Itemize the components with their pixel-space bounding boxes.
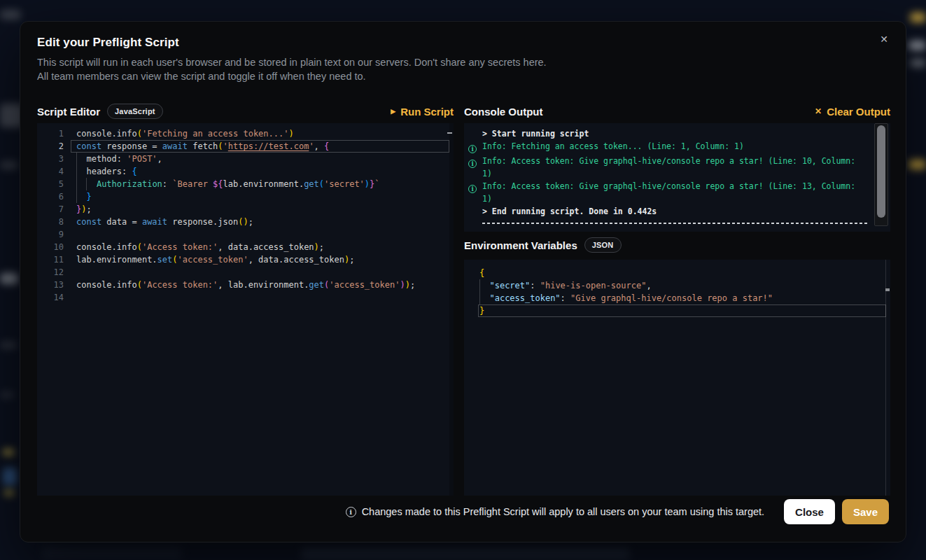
info-circle-icon: i [468,145,477,153]
code-line: 7}); [37,203,449,216]
close-icon[interactable]: ✕ [876,31,892,47]
clear-output-label: Clear Output [827,106,890,118]
console-entry: iInfo: Access token: Give graphql-hive/c… [468,155,868,180]
line-number: 13 [37,279,71,291]
code-line: 3 method: 'POST', [37,153,449,165]
backdrop-blur [3,468,17,486]
line-number: 12 [37,266,71,279]
indent-guide [86,178,87,190]
backdrop-blur [0,161,18,169]
backdrop-blur [0,342,17,349]
code-line: 9 [37,228,449,241]
code-text: const response = await fetch('https://te… [71,140,449,153]
code-line: 11lab.environment.set('access_token', da… [37,253,449,266]
modal-footer: i Changes made to this Preflight Script … [37,499,889,524]
console-entry: iInfo: Access token: Give graphql-hive/c… [468,180,868,205]
code-line: 1console.info('Fetching an access token.… [37,127,449,140]
icon-cell: i [468,180,482,205]
env-json-line: } [478,304,886,317]
console-entry-text: Info: Access token: Give graphql-hive/co… [482,180,868,205]
play-icon: ▶ [391,108,395,115]
clear-output-button[interactable]: ✕ Clear Output [815,106,890,118]
console-entry-text: Info: Fetching an access token... (Line:… [482,140,868,155]
run-script-button[interactable]: ▶ Run Script [391,106,454,118]
console-entry: iInfo: Fetching an access token... (Line… [468,140,868,155]
env-json-line: "access_token": "Give graphql-hive/conso… [478,292,886,304]
line-number: 14 [37,291,71,304]
backdrop-blur [0,10,21,20]
code-text: console.info('Access token:', data.acces… [71,241,449,253]
line-number: 1 [37,127,71,140]
info-icon: i [346,507,356,517]
code-text: Authorization: `Bearer ${lab.environment… [71,178,449,190]
run-script-label: Run Script [400,106,454,118]
info-circle-icon: i [468,160,477,168]
env-json-line: "secret": "hive-is-open-source", [478,279,886,292]
environment-variables-heading: Environment Variables [464,239,577,251]
code-line: 10console.info('Access token:', data.acc… [37,241,449,253]
script-editor-header: Script Editor JavaScript ▶ Run Script [37,101,454,122]
code-line: 14 [37,291,449,304]
code-text: }); [71,203,449,216]
console-entry-text: Info: Access token: Give graphql-hive/co… [482,155,868,180]
line-number: 4 [37,165,71,178]
console-output-heading: Console Output [464,106,543,118]
console-scrollbar-thumb[interactable] [877,125,885,218]
code-text: method: 'POST', [71,153,449,165]
code-text: console.info('Access token:', lab.enviro… [71,279,449,291]
code-text [71,291,449,304]
console-entry-text: > Start running script [482,127,868,140]
console-scrollbar[interactable] [874,123,888,226]
save-button[interactable]: Save [842,499,889,524]
env-json-line: { [478,267,886,279]
icon-cell: i [468,155,482,180]
code-text [71,266,449,279]
script-editor[interactable]: 1console.info('Fetching an access token.… [37,123,454,496]
editor-scrollbar[interactable] [449,123,454,496]
clear-icon: ✕ [815,107,822,115]
environment-editor[interactable]: { "secret": "hive-is-open-source", "acce… [464,260,890,496]
icon-cell: i [468,140,482,155]
code-text: console.info('Fetching an access token..… [71,127,449,140]
line-number: 8 [37,216,71,228]
close-button[interactable]: Close [784,499,835,524]
backdrop-blur [0,273,18,284]
console-entry: > Start running script [468,127,868,140]
code-line: 5 Authorization: `Bearer ${lab.environme… [37,178,449,190]
console-entry: > End running script. Done in 0.442s [468,205,868,218]
javascript-badge: JavaScript [107,104,163,119]
page-background: ✕ Edit your Preflight Script This script… [0,0,926,560]
modal-description-line1: This script will run in each user's brow… [37,57,547,68]
backdrop-blur [0,392,14,398]
code-line: 8const data = await response.json(); [37,216,449,228]
code-text [71,228,449,241]
code-text: } [71,190,449,203]
json-badge: JSON [584,237,622,253]
backdrop-blur [910,13,926,22]
backdrop-blur [909,41,926,50]
line-number: 9 [37,228,71,241]
console-entry-text: > End running script. Done in 0.442s [482,205,868,218]
preflight-script-modal: ✕ Edit your Preflight Script This script… [20,21,906,542]
info-circle-icon: i [468,185,477,193]
console-separator [482,223,868,224]
code-line: 13console.info('Access token:', lab.envi… [37,279,449,291]
indent-guide [76,153,77,203]
backdrop-blur [42,546,182,560]
code-text: const data = await response.json(); [71,216,449,228]
backdrop-blur [909,160,926,169]
page-title: Edit your Preflight Script [37,36,179,50]
backdrop-blur [3,449,14,455]
env-scrollbar[interactable] [885,260,886,496]
code-text: headers: { [71,165,449,178]
env-overview-mark [885,288,890,291]
line-number: 10 [37,241,71,253]
code-line: 4 headers: { [37,165,449,178]
line-number: 3 [37,153,71,165]
code-line: 6 } [37,190,449,203]
script-editor-heading: Script Editor [37,106,100,118]
line-number: 7 [37,203,71,216]
code-line: 2const response = await fetch('https://t… [37,140,449,153]
environment-variables-header: Environment Variables JSON [464,234,890,255]
cursor-overview-mark [447,132,452,134]
